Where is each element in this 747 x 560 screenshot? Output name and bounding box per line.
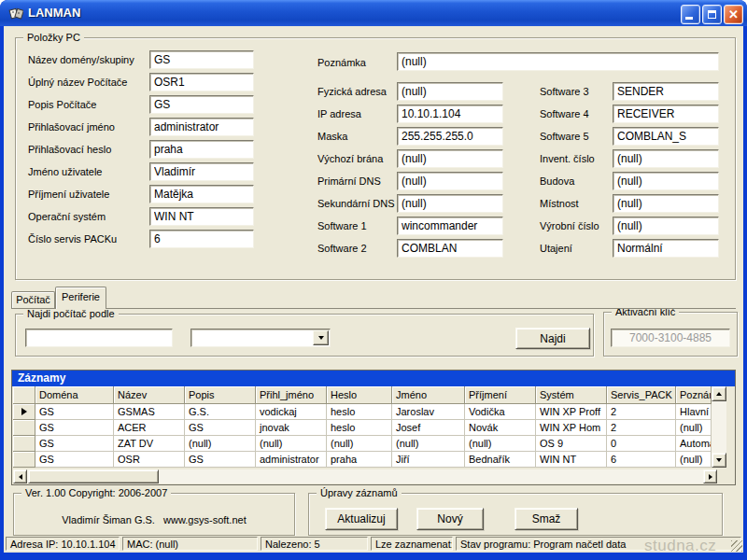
grid-cell[interactable]: (null) <box>465 436 536 452</box>
grid-cell[interactable]: WIN NT <box>536 452 607 468</box>
grid-cell[interactable]: Vodička <box>465 404 536 420</box>
scroll-up-button[interactable] <box>712 386 726 401</box>
najdi-button[interactable]: Najdi <box>515 328 590 349</box>
scroll-down-button[interactable] <box>712 453 726 468</box>
grid-cell[interactable]: (null) <box>327 436 392 452</box>
grid-cell[interactable]: GS <box>35 436 114 452</box>
field-input[interactable] <box>613 105 719 123</box>
grid-cell[interactable]: GS <box>35 404 114 420</box>
grid-row[interactable]: GSGSMASG.S.vodickajhesloJaroslavVodičkaW… <box>13 404 712 420</box>
row-selector[interactable] <box>13 404 35 420</box>
tab-pocitac[interactable]: Počítač <box>11 291 55 308</box>
grid-cell[interactable]: ZAT DV <box>114 436 185 452</box>
update-button[interactable]: Aktualizuj <box>325 508 398 530</box>
delete-button[interactable]: Smaž <box>514 508 578 530</box>
field-input[interactable] <box>613 217 719 235</box>
grid-row[interactable]: GSOSRGSadministratorprahaJiříBednaříkWIN… <box>13 452 712 468</box>
grid-cell[interactable]: (null) <box>256 436 327 452</box>
grid-header-cell[interactable]: Heslo <box>327 386 392 404</box>
field-input[interactable] <box>149 185 254 203</box>
field-input[interactable] <box>397 149 503 168</box>
field-input[interactable] <box>149 162 254 181</box>
resize-grip[interactable] <box>731 540 742 552</box>
grid-header-cell[interactable]: Popis <box>185 386 256 404</box>
search-input[interactable] <box>25 329 173 347</box>
field-input[interactable] <box>613 172 719 190</box>
row-selector[interactable] <box>13 452 35 468</box>
field-input[interactable] <box>613 82 719 101</box>
titlebar[interactable]: LANMAN ✕ <box>0 0 747 26</box>
grid-cell[interactable]: GS <box>35 420 114 436</box>
hscroll-thumb[interactable] <box>28 469 159 483</box>
grid-cell[interactable]: (null) <box>392 436 465 452</box>
grid-cell[interactable]: jnovak <box>256 420 327 436</box>
grid-header-cell[interactable]: Název <box>114 386 185 404</box>
grid-cell[interactable]: administrator <box>256 452 327 468</box>
grid-cell[interactable]: 2 <box>607 404 676 420</box>
scroll-left-button[interactable] <box>13 469 27 483</box>
field-input[interactable] <box>149 140 254 159</box>
field-input[interactable] <box>149 118 254 136</box>
grid-cell[interactable]: Hlavní p <box>676 404 712 420</box>
field-input[interactable] <box>149 73 254 91</box>
grid-cell[interactable]: Josef <box>392 420 465 436</box>
field-input[interactable] <box>149 95 254 114</box>
grid-cell[interactable]: 2 <box>607 420 676 436</box>
grid-cell[interactable]: WIN XP Hom <box>536 420 607 436</box>
minimize-button[interactable] <box>681 5 700 24</box>
grid-cell[interactable]: heslo <box>327 420 392 436</box>
grid-cell[interactable]: 0 <box>607 436 676 452</box>
field-input[interactable] <box>397 239 503 258</box>
grid-header-cell[interactable]: Servis_PACK <box>607 386 676 404</box>
field-input[interactable] <box>397 172 503 190</box>
field-input[interactable] <box>149 230 254 248</box>
grid-cell[interactable]: Jaroslav <box>392 404 465 420</box>
grid-header-cell[interactable]: Poznámka <box>676 386 712 404</box>
grid-cell[interactable]: ACER <box>114 420 185 436</box>
grid-header-cell[interactable]: Příjmení <box>465 386 536 404</box>
field-input[interactable] <box>613 127 719 146</box>
field-input[interactable] <box>613 149 719 168</box>
grid-header-cell[interactable]: Doména <box>35 386 114 404</box>
grid-cell[interactable]: OSR <box>114 452 185 468</box>
grid-cell[interactable]: Novák <box>465 420 536 436</box>
grid-cell[interactable]: praha <box>327 452 392 468</box>
grid-row[interactable]: GSACERGSjnovakhesloJosefNovákWIN XP Hom2… <box>13 420 712 436</box>
field-input[interactable] <box>397 194 503 213</box>
note-field[interactable] <box>397 52 719 71</box>
new-button[interactable]: Nový <box>416 508 484 530</box>
grid-cell[interactable]: 6 <box>607 452 676 468</box>
grid-cell[interactable]: (null) <box>676 452 712 468</box>
field-input[interactable] <box>397 217 503 235</box>
grid-cell[interactable]: Jiří <box>392 452 465 468</box>
grid-cell[interactable]: (null) <box>676 420 712 436</box>
grid-cell[interactable]: GS <box>185 420 256 436</box>
grid-header-cell[interactable]: Přihl_jméno <box>256 386 327 404</box>
maximize-button[interactable] <box>702 5 722 24</box>
grid-cell[interactable]: OS 9 <box>536 436 607 452</box>
grid-cell[interactable]: heslo <box>327 404 392 420</box>
grid-cell[interactable]: (null) <box>185 436 256 452</box>
grid-row[interactable]: GSZAT DV(null)(null)(null)(null)(null)OS… <box>13 436 712 452</box>
grid-cell[interactable]: GSMAS <box>114 404 185 420</box>
field-input[interactable] <box>397 127 503 146</box>
grid-header-cell[interactable]: Systém <box>536 386 607 404</box>
field-input[interactable] <box>613 239 719 258</box>
combo-dropdown-button[interactable] <box>313 330 329 345</box>
field-input[interactable] <box>149 207 254 226</box>
grid-cell[interactable]: G.S. <box>185 404 256 420</box>
tab-periferie[interactable]: Periferie <box>55 287 106 309</box>
field-input[interactable] <box>613 194 719 213</box>
scroll-right-button[interactable] <box>703 469 717 483</box>
field-input[interactable] <box>397 105 503 123</box>
field-input[interactable] <box>397 82 503 101</box>
field-input[interactable] <box>149 50 254 69</box>
grid-cell[interactable]: WIN XP Proff <box>536 404 607 420</box>
grid-cell[interactable]: GS <box>35 452 114 468</box>
grid-cell[interactable]: Automat <box>676 436 712 452</box>
grid-header-cell[interactable]: Jméno <box>392 386 465 404</box>
row-selector[interactable] <box>13 436 35 452</box>
grid-cell[interactable]: Bednařík <box>465 452 536 468</box>
grid-cell[interactable]: vodickaj <box>256 404 327 420</box>
close-button[interactable]: ✕ <box>724 5 743 24</box>
